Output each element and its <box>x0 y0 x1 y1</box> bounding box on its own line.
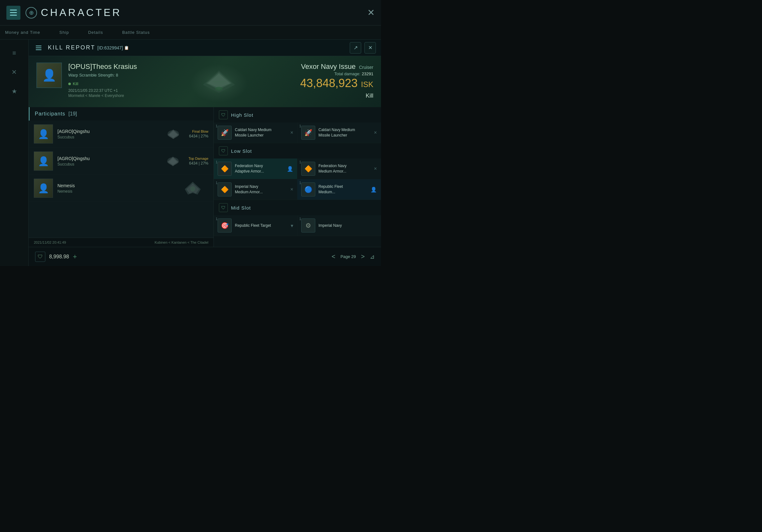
slot-number-low-2: 1 <box>299 161 301 164</box>
svg-point-15 <box>190 186 195 191</box>
subnav-money-time[interactable]: Money and Time <box>5 29 40 36</box>
slot-action-low-1[interactable]: 👤 <box>287 166 293 172</box>
slot-icon-armor-3: 🔶 <box>218 182 232 196</box>
high-slot-2[interactable]: 1 🚀 Caldari Navy MediumMissile Launcher … <box>297 122 381 143</box>
bottom-shield-icon: 🛡 <box>35 252 45 262</box>
footer-datetime: 2021/11/02 20:41:49 <box>34 240 66 244</box>
slot-action-low-4[interactable]: 👤 <box>370 187 377 193</box>
participant-portrait-1: 👤 <box>34 125 53 143</box>
slot-name-low-1: Federation NavyAdaptive Armor... <box>235 163 284 174</box>
slot-name-1: Caldari Navy MediumMissile Launcher <box>235 127 287 138</box>
mid-slot-2[interactable]: 1 ⚙ Imperial Navy <box>297 215 381 236</box>
participant-name-3: Nemesis <box>57 183 177 188</box>
participant-ship-3: Nemesis <box>57 189 177 194</box>
panel-actions: ↗ ✕ <box>350 42 376 54</box>
ship-icon-svg-1 <box>164 127 183 141</box>
low-slot-4[interactable]: 1 🔵 Republic FleetMedium... 👤 <box>297 179 381 200</box>
slot-name-low-4: Republic FleetMedium... <box>319 184 367 195</box>
ship-icon-svg-2 <box>163 154 183 168</box>
participants-header: Participants [19] <box>29 107 213 120</box>
participant-info-1: [AGRO]Qingshu Succubus <box>57 129 158 139</box>
slot-number-mid-2: 1 <box>299 217 301 221</box>
subnav-details[interactable]: Details <box>88 29 103 36</box>
low-slot-icon: 🛡 <box>219 146 228 155</box>
ship-name-row: Vexor Navy Issue Cruiser <box>300 62 373 71</box>
subnav-ship[interactable]: Ship <box>59 29 69 36</box>
participant-name-1: [AGRO]Qingshu <box>57 129 158 134</box>
mid-slot-header: 🛡 Mid Slot <box>214 200 381 215</box>
kill-result: Kill <box>300 93 373 99</box>
mid-slot-1[interactable]: 1 🎯 Republic Fleet Target ▾ <box>214 215 297 236</box>
sidebar-icon-star[interactable]: ★ <box>7 84 21 98</box>
participants-title: Participants <box>35 111 65 117</box>
warp-scramble: Warp Scramble Strength: 8 <box>68 73 294 78</box>
damage-label: Total damage: <box>335 71 360 76</box>
slot-number: 1 <box>216 124 218 128</box>
slot-number-low-1: 1 <box>216 161 218 164</box>
bottom-navigation: < Page 29 > ⊿ <box>332 253 375 260</box>
footer-location: Kubinen < Kantanen < The Citadel <box>154 240 208 244</box>
participant-item-2[interactable]: 👤 [AGRO]Qingshu Succubus T <box>29 148 213 175</box>
character-icon: ⊕ <box>26 7 37 19</box>
filter-button[interactable]: ⊿ <box>370 253 375 260</box>
slot-name-low-3: Imperial NavyMedium Armor... <box>235 184 287 195</box>
damage-value: 23291 <box>362 71 373 76</box>
slot-icon-shield-1: 🔵 <box>301 182 315 196</box>
slot-action-low-3[interactable]: × <box>290 187 293 192</box>
panel-menu-button[interactable] <box>34 43 43 53</box>
prev-page-button[interactable]: < <box>332 253 336 260</box>
participant-item[interactable]: 👤 [AGRO]Qingshu Succubus F <box>29 120 213 148</box>
participant-ship-1: Succubus <box>57 135 158 139</box>
next-page-button[interactable]: > <box>361 253 365 260</box>
slot-icon-navy-1: ⚙ <box>301 219 315 233</box>
panel-close-button[interactable]: ✕ <box>364 42 376 54</box>
sidebar-icon-menu[interactable]: ≡ <box>7 46 21 60</box>
mid-slots-grid: 1 🎯 Republic Fleet Target ▾ 1 ⚙ Imperial… <box>214 215 381 236</box>
bottom-bar: 🛡 8,998.98 + < Page 29 > ⊿ <box>29 247 381 266</box>
panel-id: [ID:6329947] <box>97 45 123 50</box>
participant-item-3[interactable]: 👤 Nemesis Nemesis <box>29 175 213 202</box>
low-slot-2[interactable]: 1 🔶 Federation NavyMedium Armor... × <box>297 159 381 179</box>
menu-button[interactable] <box>6 6 21 20</box>
participant-numbers-1: 6434 | 27% <box>189 134 208 138</box>
participants-panel: Participants [19] 👤 [AGRO]Qingshu Succub… <box>29 107 214 247</box>
balance-value: 8,998.98 <box>49 254 69 260</box>
copy-icon[interactable]: 📋 <box>124 46 129 50</box>
svg-point-4 <box>215 87 223 91</box>
slot-action-1[interactable]: × <box>290 130 293 136</box>
high-slots-grid: 1 🚀 Caldari Navy MediumMissile Launcher … <box>214 122 381 143</box>
participant-portrait-2: 👤 <box>34 152 53 170</box>
content-split: Participants [19] 👤 [AGRO]Qingshu Succub… <box>29 107 381 247</box>
mid-slot-title: Mid Slot <box>231 205 251 211</box>
participant-ship-icon-2 <box>162 154 184 168</box>
export-button[interactable]: ↗ <box>350 42 361 54</box>
slot-icon-missile-2: 🚀 <box>301 126 315 140</box>
low-slot-1[interactable]: 1 🔶 Federation NavyAdaptive Armor... 👤 <box>214 159 297 179</box>
kill-dot <box>68 83 71 85</box>
high-slot-1[interactable]: 1 🚀 Caldari Navy MediumMissile Launcher … <box>214 122 297 143</box>
participant-name-2: [AGRO]Qingshu <box>57 156 157 161</box>
slot-name-low-2: Federation NavyMedium Armor... <box>319 163 371 174</box>
ship-name: Vexor Navy Issue <box>301 62 355 71</box>
participant-info-3: Nemesis Nemesis <box>57 183 177 194</box>
damage-row: Total damage: 23291 <box>300 71 373 77</box>
participant-stats-2: Top Damage 6434 | 27% <box>189 157 208 166</box>
slot-number-low-4: 1 <box>299 181 301 185</box>
slot-action-low-2[interactable]: × <box>374 166 377 171</box>
participant-avatar-1: 👤 <box>34 124 53 144</box>
slot-action-mid-1[interactable]: ▾ <box>291 223 293 229</box>
subnav-battle-status[interactable]: Battle Status <box>122 29 150 36</box>
participant-avatar-3: 👤 <box>34 179 53 198</box>
kill-info: 👤 [OPUS]Theos Krasius Warp Scramble Stre… <box>29 56 381 107</box>
add-button[interactable]: + <box>73 253 77 261</box>
slot-name-mid-2: Imperial Navy <box>319 223 377 229</box>
close-button[interactable]: ✕ <box>367 7 375 18</box>
low-slot-title: Low Slot <box>231 148 252 154</box>
participant-stats-1: Final Blow 6434 | 27% <box>189 129 208 138</box>
slot-action-2[interactable]: × <box>374 130 377 136</box>
page-title: CHARACTER <box>41 7 121 19</box>
low-slot-3[interactable]: 1 🔶 Imperial NavyMedium Armor... × <box>214 179 297 200</box>
sidebar-icon-cross[interactable]: ✕ <box>7 65 21 79</box>
participants-count: [19] <box>69 111 77 117</box>
isk-value: 43,848,923 <box>300 77 358 90</box>
